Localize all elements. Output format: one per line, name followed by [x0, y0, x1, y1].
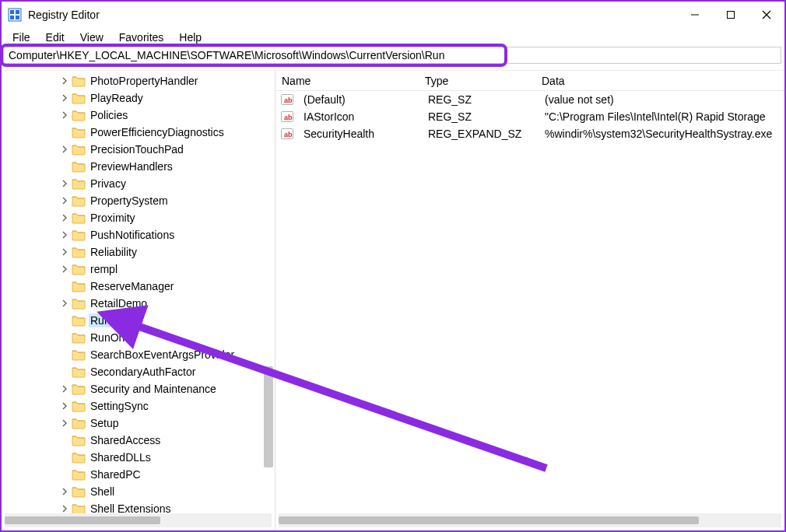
tree-item-secondaryauthfactor[interactable]: SecondaryAuthFactor [2, 363, 275, 380]
value-data: "C:\Program Files\Intel\Intel(R) Rapid S… [539, 110, 784, 124]
tree-item-label: PreviewHandlers [89, 159, 176, 173]
expand-toggle-icon [59, 281, 70, 292]
tree-item-security-and-maintenance[interactable]: Security and Maintenance [2, 380, 275, 397]
tree-item-shell[interactable]: Shell [2, 483, 275, 500]
expand-toggle-icon [59, 332, 70, 343]
column-header-data[interactable]: Data [535, 72, 784, 90]
value-name: IAStorIcon [297, 110, 422, 124]
expand-toggle-icon[interactable] [59, 503, 70, 513]
string-value-icon: ab [280, 127, 294, 141]
tree-item-precisiontouchpad[interactable]: PrecisionTouchPad [2, 141, 275, 158]
expand-toggle-icon[interactable] [59, 229, 70, 240]
expand-toggle-icon[interactable] [59, 195, 70, 206]
expand-toggle-icon[interactable] [59, 247, 70, 257]
tree-item-reservemanager[interactable]: ReserveManager [2, 278, 275, 295]
expand-toggle-icon[interactable] [59, 144, 70, 155]
tree-scroll[interactable]: PhotoPropertyHandlerPlayReadyPoliciesPow… [2, 71, 275, 513]
tree-item-propertysystem[interactable]: PropertySystem [2, 192, 275, 209]
tree-item-rempl[interactable]: rempl [2, 261, 275, 278]
expand-toggle-icon[interactable] [59, 383, 70, 394]
expand-toggle-icon[interactable] [59, 418, 70, 429]
folder-icon [72, 400, 86, 412]
menu-file[interactable]: File [5, 30, 38, 45]
values-panel: Name Type Data ab(Default)REG_SZ(value n… [275, 71, 784, 530]
expand-toggle-icon[interactable] [59, 264, 70, 275]
addressbar-wrap [2, 47, 784, 70]
tree-item-settingsync[interactable]: SettingSync [2, 397, 275, 415]
maximize-button[interactable] [713, 2, 749, 28]
tree-item-runonce[interactable]: RunOnce [2, 329, 275, 346]
expand-toggle-icon[interactable] [59, 298, 70, 309]
tree-item-retaildemo[interactable]: RetailDemo [2, 295, 275, 312]
value-row[interactable]: ab(Default)REG_SZ(value not set) [275, 91, 784, 108]
tree-item-reliability[interactable]: Reliability [2, 243, 275, 261]
folder-icon [72, 314, 86, 327]
value-row[interactable]: abIAStorIconREG_SZ"C:\Program Files\Inte… [275, 108, 784, 125]
tree-item-privacy[interactable]: Privacy [2, 175, 275, 192]
folder-icon [72, 502, 86, 513]
expand-toggle-icon[interactable] [59, 110, 70, 121]
tree-item-label: Setup [89, 416, 122, 430]
tree-item-run[interactable]: Run [2, 312, 275, 329]
tree-item-label: SettingSync [89, 399, 152, 413]
tree-vertical-scrollbar-thumb[interactable] [264, 366, 273, 467]
tree-horizontal-scrollbar[interactable] [5, 513, 272, 527]
expand-toggle-icon[interactable] [59, 75, 70, 86]
menu-help[interactable]: Help [171, 30, 209, 45]
folder-icon [72, 126, 86, 138]
tree-item-powerefficiencydiagnostics[interactable]: PowerEfficiencyDiagnostics [2, 124, 275, 141]
menu-favorites[interactable]: Favorites [111, 30, 172, 45]
tree-item-label: Shell [89, 485, 118, 499]
tree-item-playready[interactable]: PlayReady [2, 89, 275, 107]
tree-item-shareddlls[interactable]: SharedDLLs [2, 449, 275, 466]
tree-item-proximity[interactable]: Proximity [2, 209, 275, 226]
folder-icon [72, 434, 86, 446]
tree-item-label: rempl [89, 262, 121, 276]
tree-item-shell-extensions[interactable]: Shell Extensions [2, 500, 275, 513]
column-header-type[interactable]: Type [419, 72, 535, 90]
menu-view[interactable]: View [72, 30, 111, 45]
values-header: Name Type Data [275, 71, 784, 91]
tree-item-label: PrecisionTouchPad [89, 142, 187, 156]
tree-item-policies[interactable]: Policies [2, 107, 275, 124]
window-controls [677, 2, 784, 28]
tree-hscroll-thumb[interactable] [5, 516, 160, 524]
folder-icon [72, 194, 86, 207]
value-row[interactable]: abSecurityHealthREG_EXPAND_SZ%windir%\sy… [275, 125, 784, 142]
svg-text:ab: ab [284, 96, 293, 104]
values-hscroll-thumb[interactable] [279, 516, 699, 524]
tree-item-pushnotifications[interactable]: PushNotifications [2, 226, 275, 243]
tree-item-label: Security and Maintenance [89, 382, 219, 396]
tree-item-sharedaccess[interactable]: SharedAccess [2, 432, 275, 449]
expand-toggle-icon[interactable] [59, 93, 70, 103]
tree-item-searchboxeventargsprovider[interactable]: SearchBoxEventArgsProvider [2, 346, 275, 363]
expand-toggle-icon [59, 452, 70, 463]
column-header-name[interactable]: Name [275, 72, 419, 90]
expand-toggle-icon[interactable] [59, 401, 70, 411]
tree-item-label: PushNotifications [89, 228, 177, 242]
expand-toggle-icon [59, 469, 70, 480]
tree-item-setup[interactable]: Setup [2, 415, 275, 432]
address-input[interactable] [3, 47, 781, 64]
expand-toggle-icon[interactable] [59, 178, 70, 189]
minimize-button[interactable] [677, 2, 713, 28]
tree-item-label: SharedAccess [89, 433, 163, 447]
expand-toggle-icon[interactable] [59, 212, 70, 223]
values-horizontal-scrollbar[interactable] [279, 513, 781, 527]
tree-item-label: Proximity [89, 211, 139, 225]
folder-icon [72, 297, 86, 310]
tree-item-label: Reliability [89, 245, 140, 259]
close-button[interactable] [749, 2, 784, 28]
folder-icon [72, 212, 86, 224]
values-list: ab(Default)REG_SZ(value not set)abIAStor… [275, 91, 784, 513]
tree-item-previewhandlers[interactable]: PreviewHandlers [2, 158, 275, 175]
folder-icon [72, 485, 86, 498]
tree-item-label: PropertySystem [89, 194, 171, 208]
svg-rect-2 [16, 10, 19, 14]
tree-item-label: Run [89, 313, 114, 327]
expand-toggle-icon[interactable] [59, 486, 70, 497]
titlebar: Registry Editor [2, 2, 784, 28]
tree-item-photopropertyhandler[interactable]: PhotoPropertyHandler [2, 72, 275, 89]
menu-edit[interactable]: Edit [38, 30, 72, 45]
tree-item-sharedpc[interactable]: SharedPC [2, 466, 275, 483]
